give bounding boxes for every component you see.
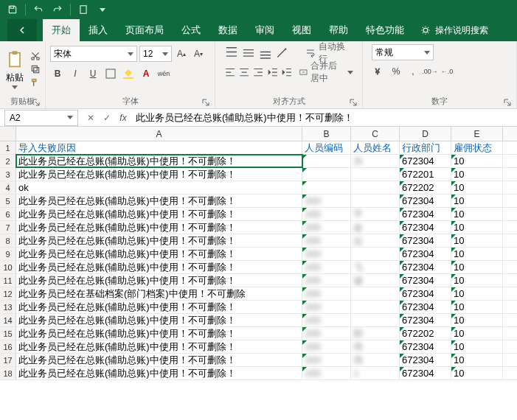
- cell[interactable]: 10: [451, 340, 503, 353]
- paste-button[interactable]: 粘贴: [4, 49, 25, 89]
- cell[interactable]: 200: [302, 287, 351, 300]
- cell[interactable]: 672304: [400, 261, 451, 273]
- cell[interactable]: 10: [451, 287, 503, 300]
- align-right-icon[interactable]: [252, 65, 264, 80]
- formula-input[interactable]: 此业务员已经在总账(辅助总账)中使用！不可删除！: [131, 111, 517, 125]
- cell[interactable]: 诚: [351, 274, 400, 287]
- cell[interactable]: [302, 155, 351, 167]
- cell[interactable]: 200: [302, 261, 351, 273]
- row-header[interactable]: 5: [0, 195, 16, 207]
- row-header[interactable]: 8: [0, 234, 16, 247]
- column-header[interactable]: A: [16, 127, 302, 141]
- cut-icon[interactable]: [30, 50, 41, 62]
- cell[interactable]: 672304: [400, 274, 451, 287]
- dialog-launcher-icon[interactable]: [503, 98, 512, 107]
- cell[interactable]: 200: [302, 367, 351, 379]
- indent-dec-icon[interactable]: [267, 65, 279, 80]
- font-name-select[interactable]: 宋体: [50, 46, 137, 62]
- cell[interactable]: 672304: [400, 208, 451, 220]
- cell[interactable]: 10: [451, 367, 503, 379]
- cell[interactable]: 雇佣状态: [451, 141, 503, 154]
- cell[interactable]: 10: [451, 234, 503, 247]
- wrap-text-button[interactable]: 自动换行: [301, 45, 358, 61]
- tab-审阅[interactable]: 审阅: [246, 19, 283, 41]
- cell[interactable]: 200: [302, 208, 351, 220]
- cell[interactable]: 10: [451, 314, 503, 326]
- file-tab[interactable]: [7, 19, 37, 41]
- cell[interactable]: 672202: [400, 181, 451, 194]
- cell[interactable]: 200: [302, 248, 351, 260]
- cell[interactable]: 200: [302, 274, 351, 287]
- cell[interactable]: 10: [451, 327, 503, 340]
- cell[interactable]: 此业务员已经在基础档案(部门档案)中使用！不可删除: [16, 287, 302, 300]
- cell[interactable]: 672304: [400, 221, 451, 234]
- increase-decimal-icon[interactable]: .00→: [423, 64, 437, 79]
- bold-button[interactable]: B: [50, 66, 65, 81]
- cell[interactable]: 此业务员已经在总账(辅助总账)中使用！不可删除！: [16, 248, 302, 260]
- cell[interactable]: 此业务员已经在总账(辅助总账)中使用！不可删除！: [16, 354, 302, 366]
- cell[interactable]: 此业务员已经在总账(辅助总账)中使用！不可删除！: [16, 195, 302, 207]
- tab-数据[interactable]: 数据: [209, 19, 246, 41]
- cell[interactable]: 10: [451, 221, 503, 234]
- accounting-format-icon[interactable]: ¥: [372, 64, 386, 79]
- cell[interactable]: 10: [451, 155, 503, 167]
- tab-开始[interactable]: 开始: [43, 19, 80, 41]
- tab-公式[interactable]: 公式: [173, 19, 209, 41]
- select-all-corner[interactable]: [0, 127, 16, 141]
- cell[interactable]: 200: [302, 340, 351, 353]
- cell[interactable]: 10: [451, 301, 503, 313]
- cell[interactable]: 此业务员已经在总账(辅助总账)中使用！不可删除！: [16, 327, 302, 340]
- tab-视图[interactable]: 视图: [283, 19, 320, 41]
- row-header[interactable]: 18: [0, 367, 16, 379]
- indent-inc-icon[interactable]: [281, 65, 293, 80]
- cell[interactable]: 672304: [400, 248, 451, 260]
- column-header[interactable]: B: [302, 127, 351, 141]
- phonetic-button[interactable]: wén: [156, 66, 171, 81]
- shrink-font-icon[interactable]: A▾: [191, 46, 206, 61]
- cell[interactable]: 672304: [400, 287, 451, 300]
- cell[interactable]: 飞: [351, 261, 400, 273]
- cell[interactable]: [351, 248, 400, 260]
- cell[interactable]: [351, 287, 400, 300]
- name-box[interactable]: A2: [4, 110, 78, 126]
- column-header[interactable]: D: [400, 127, 451, 141]
- format-painter-icon[interactable]: [30, 77, 41, 88]
- dialog-launcher-icon[interactable]: [32, 98, 41, 107]
- cell[interactable]: 672304: [400, 340, 451, 353]
- row-header[interactable]: 16: [0, 340, 16, 353]
- tab-帮助[interactable]: 帮助: [320, 19, 357, 41]
- row-header[interactable]: 7: [0, 221, 16, 234]
- cell[interactable]: 此业务员已经在总账(辅助总账)中使用！不可删除！: [16, 221, 302, 234]
- cell[interactable]: 672304: [400, 301, 451, 313]
- row-header[interactable]: 3: [0, 168, 16, 181]
- font-color-button[interactable]: A: [139, 66, 153, 81]
- row-header[interactable]: 10: [0, 261, 16, 273]
- cell[interactable]: [302, 181, 351, 194]
- cell[interactable]: 672304: [400, 155, 451, 167]
- undo-icon[interactable]: [30, 1, 46, 18]
- dialog-launcher-icon[interactable]: [201, 98, 210, 107]
- cell[interactable]: 10: [451, 248, 503, 260]
- dialog-launcher-icon[interactable]: [349, 98, 358, 107]
- row-header[interactable]: 14: [0, 314, 16, 326]
- cell[interactable]: 此业务员已经在总账(辅助总账)中使用！不可删除！: [16, 168, 302, 181]
- align-left-icon[interactable]: [224, 65, 236, 80]
- cell[interactable]: 200: [302, 327, 351, 340]
- align-top-icon[interactable]: [224, 46, 239, 60]
- align-bottom-icon[interactable]: [258, 46, 273, 60]
- cell[interactable]: 此业务员已经在总账(辅助总账)中使用！不可删除！: [16, 301, 302, 313]
- confirm-entry-icon[interactable]: ✓: [99, 110, 115, 126]
- cell[interactable]: 平: [351, 208, 400, 220]
- cell[interactable]: 此业务员已经在总账(辅助总账)中使用！不可删除！: [16, 314, 302, 326]
- row-header[interactable]: 12: [0, 287, 16, 300]
- row-header[interactable]: 15: [0, 327, 16, 340]
- cell[interactable]: 此业务员已经在总账(辅助总账)中使用！不可删除！: [16, 155, 302, 167]
- row-header[interactable]: 11: [0, 274, 16, 287]
- cell[interactable]: 10: [451, 274, 503, 287]
- cell[interactable]: 1: [351, 367, 400, 379]
- cell[interactable]: 10: [451, 195, 503, 207]
- fill-color-button[interactable]: [121, 66, 136, 81]
- cell[interactable]: 200: [302, 221, 351, 234]
- cell[interactable]: [351, 181, 400, 194]
- cell[interactable]: 此业务员已经在总账(辅助总账)中使用！不可删除！: [16, 234, 302, 247]
